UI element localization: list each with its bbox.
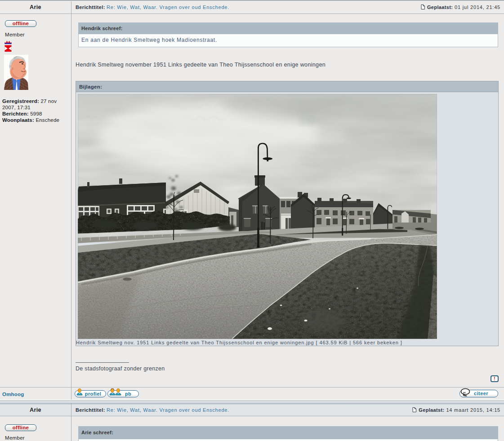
svg-text:,,: ,, (463, 388, 466, 394)
